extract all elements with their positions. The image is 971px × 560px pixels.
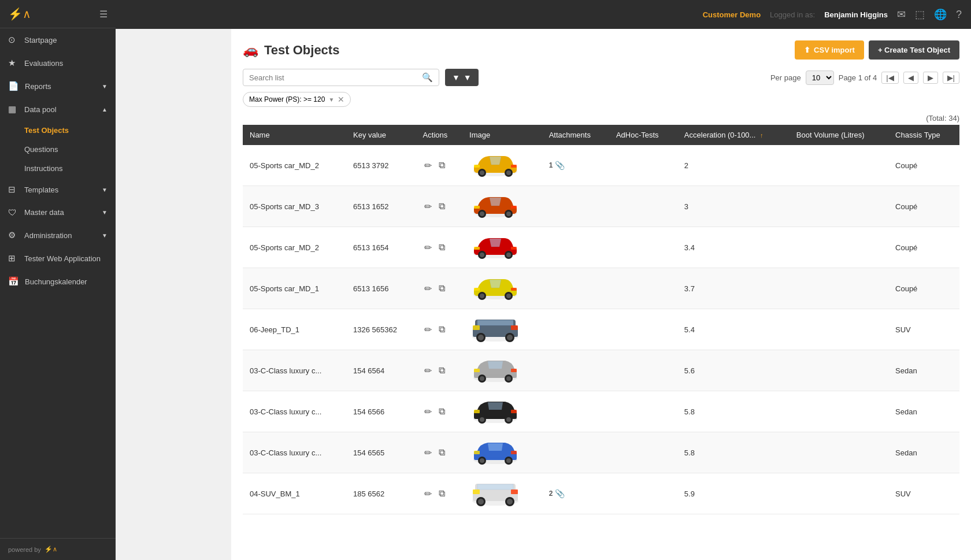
sidebar-item-label: Templates [24,186,58,194]
cell-acceleration: 3 [677,186,790,227]
create-test-object-button[interactable]: + Create Test Object [869,40,959,60]
cell-attachments [542,391,609,432]
first-page-button[interactable]: |◀ [881,72,898,84]
cell-image [462,391,542,432]
per-page-label: Per page [770,73,801,82]
filter-tag[interactable]: Max Power (PS): >= 120 ▼ ✕ [243,92,351,107]
sidebar-item-administration[interactable]: ⚙ Administration ▼ [0,224,116,247]
sidebar-item-startpage[interactable]: ⊙ Startpage [0,28,116,51]
sidebar-item-test-objects[interactable]: Test Objects [0,121,116,140]
cell-attachments [542,309,609,350]
sidebar-item-label: Reports [25,82,51,91]
edit-button[interactable]: ✏ [423,159,433,172]
sidebar-item-label: Buchungskalender [25,277,87,286]
copy-button[interactable]: ⧉ [438,487,446,500]
sidebar-item-instructions[interactable]: Instructions [0,159,116,178]
svg-rect-82 [511,489,518,494]
calendar-icon: 📅 [8,276,19,287]
sidebar-item-tester-web-app[interactable]: ⊞ Tester Web Application [0,247,116,270]
sidebar-subitem-label: Questions [24,145,58,154]
svg-point-15 [506,212,511,216]
copy-button[interactable]: ⧉ [438,323,446,336]
cell-chassis: SUV [888,309,959,350]
page-title-icon: 🚗 [243,43,258,58]
help-icon[interactable]: ? [956,9,962,21]
customer-name: Customer Demo [703,10,761,19]
last-page-button[interactable]: ▶| [943,72,959,84]
col-acceleration: Acceleration (0-100... ↑ [677,125,790,145]
edit-button[interactable]: ✏ [423,405,433,418]
svg-point-68 [480,458,484,463]
copy-button[interactable]: ⧉ [438,282,446,295]
svg-rect-7 [474,165,480,168]
mail-icon[interactable]: ✉ [897,8,906,21]
cell-boot [790,432,888,473]
sidebar-item-evaluations[interactable]: ★ Evaluations [0,51,116,75]
sidebar-item-label: Master data [24,208,64,217]
col-adhoc: AdHoc-Tests [609,125,677,145]
filter-button[interactable]: ▼ ▼ [445,69,479,86]
sidebar-item-templates[interactable]: ⊟ Templates ▼ [0,178,116,201]
templates-icon: ⊟ [8,184,18,195]
copy-button[interactable]: ⧉ [438,200,446,213]
search-input[interactable] [249,73,422,82]
copy-button[interactable]: ⧉ [438,446,446,459]
cell-adhoc [609,145,677,186]
sidebar-item-buchungskalender[interactable]: 📅 Buchungskalender [0,270,116,293]
edit-button[interactable]: ✏ [423,241,433,254]
cell-acceleration: 5.9 [677,473,790,514]
cell-boot [790,145,888,186]
svg-rect-26 [511,247,517,250]
logout-icon[interactable]: ⬚ [915,8,925,21]
table-row: 05-Sports car_MD_2 6513 1654 ✏ ⧉ [243,227,959,268]
copy-button[interactable]: ⧉ [438,159,446,172]
edit-button[interactable]: ✏ [423,282,433,295]
cell-acceleration: 2 [677,145,790,186]
cell-adhoc [609,227,677,268]
search-box[interactable]: 🔍 [243,69,439,86]
prev-page-button[interactable]: ◀ [903,72,918,84]
csv-import-icon: ⬆ [804,46,810,54]
edit-button[interactable]: ✏ [423,446,433,459]
next-page-button[interactable]: ▶ [923,72,938,84]
svg-rect-62 [474,410,480,413]
svg-point-78 [478,499,484,505]
cell-key: 154 6565 [346,432,416,473]
search-row: 🔍 ▼ ▼ Per page 10 25 50 Page 1 of 4 |◀ ◀… [243,69,959,86]
svg-point-24 [506,253,511,257]
sidebar-item-label: Startpage [24,36,57,44]
sidebar-item-questions[interactable]: Questions [0,140,116,159]
globe-icon[interactable]: 🌐 [934,8,947,21]
cell-attachments [542,186,609,227]
svg-rect-44 [473,325,480,330]
cell-name: 06-Jeep_TD_1 [243,309,346,350]
cell-image [462,227,542,268]
collapse-sidebar-button[interactable]: ☰ [99,9,108,20]
copy-button[interactable]: ⧉ [438,241,446,254]
cell-name: 04-SUV_BM_1 [243,473,346,514]
svg-rect-63 [511,410,517,413]
edit-button[interactable]: ✏ [423,200,433,213]
data-pool-icon: ▦ [8,104,18,114]
copy-button[interactable]: ⧉ [438,405,446,418]
sidebar-item-data-pool[interactable]: ▦ Data pool ▲ [0,98,116,121]
sidebar-item-reports[interactable]: 📄 Reports ▼ [0,75,116,98]
csv-import-button[interactable]: ⬆ CSV import [795,40,864,60]
cell-image [462,145,542,186]
edit-button[interactable]: ✏ [423,364,433,377]
cell-name: 03-C-Class luxury c... [243,391,346,432]
svg-point-33 [506,294,511,298]
copy-button[interactable]: ⧉ [438,364,446,377]
table-row: 03-C-Class luxury c... 154 6564 ✏ ⧉ [243,350,959,391]
sidebar-subitem-label: Test Objects [24,126,69,135]
sidebar-item-master-data[interactable]: 🛡 Master data ▼ [0,201,116,224]
cell-attachments [542,227,609,268]
per-page-select[interactable]: 10 25 50 [806,71,834,85]
filter-tag-close-button[interactable]: ✕ [338,95,344,104]
svg-rect-45 [511,325,518,330]
footer-logo: ⚡∧ [45,546,57,553]
sidebar-item-label: Tester Web Application [24,254,101,263]
edit-button[interactable]: ✏ [423,487,433,500]
cell-actions: ✏ ⧉ [416,268,462,309]
edit-button[interactable]: ✏ [423,323,433,336]
